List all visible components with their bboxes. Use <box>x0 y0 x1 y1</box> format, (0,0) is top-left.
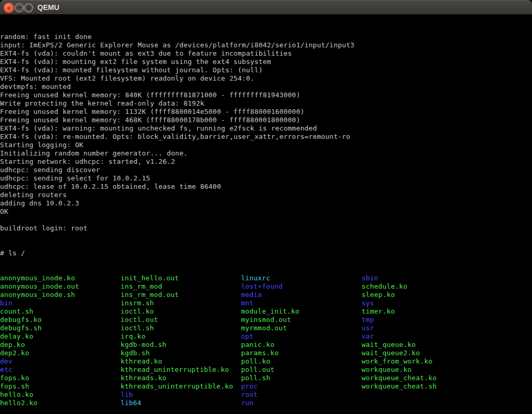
terminal-line: EXT4-fs (vda): warning: mounting uncheck… <box>0 124 532 133</box>
terminal-line: random: fast init done <box>0 33 532 41</box>
ls-entry: dep2.ko <box>0 349 121 357</box>
ls-entry: timer.ko <box>362 307 395 316</box>
ls-entry: lib64 <box>121 399 241 407</box>
ls-entry: run <box>241 399 362 407</box>
terminal-line: EXT4-fs (vda): re-mounted. Opts: block_v… <box>0 133 532 141</box>
ls-entry: ioctl.sh <box>121 324 241 332</box>
ls-entry: opt <box>241 332 362 341</box>
terminal-line: bininsrm.shmntsys <box>0 299 532 307</box>
ls-entry: insrm.sh <box>121 299 241 307</box>
terminal-line: Write protecting the kernel read-only da… <box>0 99 532 108</box>
terminal-line: devkthread.kopoll.kowork_from_work.ko <box>0 357 532 366</box>
ls-entry: ioctl.out <box>121 316 241 324</box>
ls-entry: media <box>241 291 362 299</box>
terminal-line: adding dns 10.0.2.3 <box>0 199 532 208</box>
ls-entry: sys <box>362 299 374 307</box>
ls-entry: dep.ko <box>0 341 121 349</box>
ls-entry: dev <box>0 357 121 366</box>
terminal-line: VFS: Mounted root (ext2 filesystem) read… <box>0 74 532 83</box>
terminal-line: EXT4-fs (vda): couldn't mount as ext3 du… <box>0 49 532 58</box>
minimize-button[interactable] <box>15 3 24 12</box>
ls-entry: usr <box>362 324 374 332</box>
terminal-line <box>0 216 532 224</box>
ls-entry: proc <box>241 382 362 391</box>
ls-entry: kthread.ko <box>121 357 241 366</box>
terminal-line: anonymous_inode.outins_rm_modlost+founds… <box>0 282 532 291</box>
ls-entry: fops.sh <box>0 382 121 391</box>
ls-entry: kthreads_uninterruptible.ko <box>121 382 241 391</box>
ls-entry: myinsmod.out <box>241 316 362 324</box>
close-icon: ✕ <box>7 5 10 11</box>
minimize-icon <box>17 7 21 8</box>
ls-entry: kthreads.ko <box>121 374 241 382</box>
ls-entry: workqueue.ko <box>362 366 411 374</box>
ls-entry: sleep.ko <box>362 291 395 299</box>
boot-log: random: fast init doneinput: ImExPS/2 Ge… <box>0 33 532 232</box>
ls-entry: params.ko <box>241 349 362 357</box>
qemu-window: ✕ QEMU random: fast init doneinput: ImEx… <box>0 0 532 414</box>
terminal-line: hello.kolibroot <box>0 391 532 399</box>
ls-entry: etc <box>0 366 121 374</box>
close-button[interactable]: ✕ <box>3 2 15 14</box>
ls-entry: poll.ko <box>241 357 362 366</box>
terminal-line: etckthread_uninterruptible.kopoll.outwor… <box>0 366 532 374</box>
terminal-line: Starting logging: OK <box>0 141 532 149</box>
ls-entry: mnt <box>241 299 362 307</box>
ls-entry: workqueue_cheat.ko <box>362 374 436 382</box>
ls-entry: ins_rm_mod.out <box>121 291 241 299</box>
terminal-line: deleting routers <box>0 191 532 199</box>
terminal-line: Initializing random number generator... … <box>0 149 532 158</box>
ls-entry: anonymous_inode.sh <box>0 291 121 299</box>
ls-entry: panic.ko <box>241 341 362 349</box>
titlebar[interactable]: ✕ QEMU <box>0 0 532 15</box>
terminal-line: dep.kokgdb-mod.shpanic.kowait_queue.ko <box>0 341 532 349</box>
maximize-button[interactable] <box>24 3 33 12</box>
terminal-line: anonymous_inode.shins_rm_mod.outmediasle… <box>0 291 532 299</box>
ls-entry: delay.ko <box>0 332 121 341</box>
ls-entry: wait_queue2.ko <box>362 349 420 357</box>
maximize-icon <box>27 6 31 10</box>
terminal-line: Freeing unused kernel memory: 1132K (fff… <box>0 108 532 116</box>
ls-entry: lost+found <box>241 282 362 291</box>
ls-entry: tmp <box>362 316 374 324</box>
ls-entry: anonymous_inode.ko <box>0 274 121 282</box>
ls-entry: work_from_work.ko <box>362 357 432 366</box>
ls-entry: linuxrc <box>241 274 362 282</box>
ls-entry: hello2.ko <box>0 399 121 407</box>
terminal-line: anonymous_inode.koinit_hello.outlinuxrcs… <box>0 274 532 282</box>
ls-entry: wait_queue.ko <box>362 341 416 349</box>
terminal-line: udhcpc: lease of 10.0.2.15 obtained, lea… <box>0 183 532 191</box>
ls-entry: poll.out <box>241 366 362 374</box>
ls-entry: poll.sh <box>241 374 362 382</box>
ls-entry: module_init.ko <box>241 307 362 316</box>
ls-entry: init_hello.out <box>121 274 241 282</box>
terminal-screen[interactable]: random: fast init doneinput: ImExPS/2 Ge… <box>0 15 532 414</box>
terminal-line: udhcpc: sending select for 10.0.2.15 <box>0 174 532 183</box>
terminal-line: debugfs.shioctl.shmyrmmod.outusr <box>0 324 532 332</box>
ls-entry: var <box>362 332 374 341</box>
ls-output: anonymous_inode.koinit_hello.outlinuxrcs… <box>0 274 532 407</box>
ls-entry: kthread_uninterruptible.ko <box>121 366 241 374</box>
ls-entry: ioctl.ko <box>121 307 241 316</box>
terminal-line: OK <box>0 208 532 216</box>
ls-entry: myrmmod.out <box>241 324 362 332</box>
ls-entry: debugfs.sh <box>0 324 121 332</box>
ls-entry: anonymous_inode.out <box>0 282 121 291</box>
terminal-line: debugfs.koioctl.outmyinsmod.outtmp <box>0 316 532 324</box>
ls-entry: sbin <box>362 274 378 282</box>
ls-entry: hello.ko <box>0 391 121 399</box>
ls-entry: count.sh <box>0 307 121 316</box>
ls-entry: ins_rm_mod <box>121 282 241 291</box>
ls-entry: kgdb-mod.sh <box>121 341 241 349</box>
terminal-line: fops.kokthreads.kopoll.shworkqueue_cheat… <box>0 374 532 382</box>
terminal-line: hello2.kolib64run <box>0 399 532 407</box>
terminal-line: input: ImExPS/2 Generic Explorer Mouse a… <box>0 41 532 49</box>
ls-entry: lib <box>121 391 241 399</box>
window-title: QEMU <box>37 0 59 15</box>
terminal-line: EXT4-fs (vda): mounting ext2 file system… <box>0 58 532 66</box>
terminal-line: Starting network: udhcpc: started, v1.26… <box>0 158 532 166</box>
terminal-line: Freeing unused kernel memory: 468K (ffff… <box>0 116 532 124</box>
ls-entry: bin <box>0 299 121 307</box>
terminal-line: buildroot login: root <box>0 224 532 232</box>
ls-entry: irq.ko <box>121 332 241 341</box>
